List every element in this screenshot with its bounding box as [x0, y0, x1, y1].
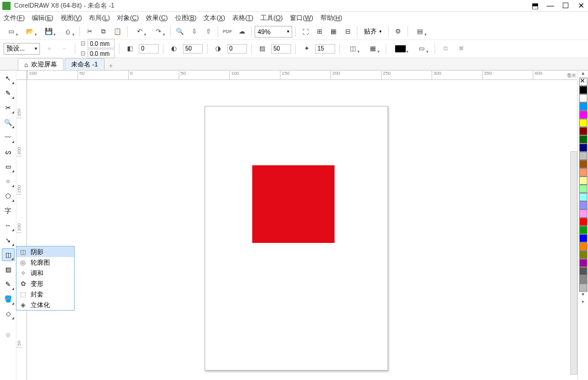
y-pos-input[interactable]: 0.0 mm: [88, 49, 115, 58]
flyout-item[interactable]: ✧调和: [16, 268, 74, 278]
add-tab-button[interactable]: ＋: [106, 61, 116, 70]
crop-tool[interactable]: ✂: [2, 101, 15, 114]
layout-button[interactable]: ▤: [411, 25, 429, 38]
flyout-item[interactable]: ◎轮廓图: [16, 257, 74, 268]
menu-item[interactable]: 表格(T): [232, 14, 253, 22]
menu-item[interactable]: 编辑(E): [32, 14, 54, 22]
flyout-item[interactable]: ◈立体化: [16, 299, 74, 310]
add-preset-button[interactable]: ＋: [42, 42, 55, 55]
color-swatch[interactable]: [579, 226, 587, 234]
color-swatch[interactable]: [579, 209, 587, 218]
fade-icon[interactable]: ◑: [212, 42, 225, 55]
flyout-item[interactable]: ⬚封套: [16, 289, 74, 299]
restore-down-icon[interactable]: ⬒: [530, 1, 540, 10]
opacity-icon[interactable]: ▨: [256, 42, 269, 55]
print-button[interactable]: ⎙: [59, 25, 76, 38]
shadow-color-button[interactable]: [390, 42, 410, 55]
feather-icon[interactable]: ✦: [300, 42, 313, 55]
flyout-item[interactable]: ✿变形: [16, 278, 74, 289]
color-swatch[interactable]: [579, 135, 587, 144]
color-swatch[interactable]: [579, 267, 587, 275]
flyout-item[interactable]: ◫阴影: [16, 246, 74, 257]
color-swatch[interactable]: [579, 152, 587, 160]
new-button[interactable]: ▭: [2, 25, 20, 38]
menu-item[interactable]: 位图(B): [175, 14, 197, 22]
color-swatch[interactable]: [579, 251, 587, 259]
polygon-tool[interactable]: ⬠: [2, 189, 15, 202]
color-swatch[interactable]: [579, 275, 587, 284]
freehand-tool[interactable]: 〰: [2, 131, 15, 144]
maximize-button[interactable]: ☐: [561, 1, 570, 10]
menu-item[interactable]: 布局(L): [89, 14, 109, 22]
fill-tool[interactable]: 🪣: [2, 292, 15, 305]
color-swatch[interactable]: [579, 102, 587, 111]
palette-expand-button[interactable]: ▸: [579, 299, 587, 306]
drop-shadow-tool[interactable]: ◫: [2, 248, 15, 261]
tab-welcome[interactable]: ⌂欢迎屏幕: [18, 58, 64, 70]
merge-mode-button[interactable]: ▭: [413, 42, 430, 55]
snap-dropdown[interactable]: 贴齐▾: [360, 26, 385, 38]
menu-item[interactable]: 效果(C): [146, 14, 168, 22]
artistic-tool[interactable]: ᔕ: [2, 145, 15, 158]
palette-down-button[interactable]: ▼: [579, 292, 587, 299]
color-swatch[interactable]: [579, 218, 587, 226]
canvas-area[interactable]: 10050050100150200250300350400 毫米 3503002…: [16, 71, 577, 380]
menu-item[interactable]: 文件(F): [4, 14, 25, 22]
guides-toggle[interactable]: ⊟: [341, 25, 354, 38]
red-rectangle-object[interactable]: [252, 165, 335, 243]
vertical-scrollbar[interactable]: [570, 151, 577, 375]
menu-item[interactable]: 工具(O): [260, 14, 283, 22]
parallel-dim-tool[interactable]: ↔: [2, 219, 15, 232]
zoom-tool[interactable]: 🔍: [2, 116, 15, 129]
tab-untitled[interactable]: 未命名 -1: [65, 58, 105, 70]
color-swatch[interactable]: [579, 144, 587, 152]
horizontal-ruler[interactable]: 10050050100150200250300350400: [27, 71, 577, 80]
ellipse-tool[interactable]: ○: [2, 175, 15, 188]
direction-icon[interactable]: ◧: [123, 42, 136, 55]
search-button[interactable]: 🔍: [173, 25, 186, 38]
copy-shadow-button[interactable]: ⧉: [439, 42, 452, 55]
color-swatch[interactable]: [579, 201, 587, 209]
color-swatch[interactable]: [579, 242, 587, 251]
shadow-angle-input[interactable]: 0: [139, 44, 159, 54]
cut-button[interactable]: ✂: [83, 25, 96, 38]
paste-button[interactable]: 📋: [111, 25, 124, 38]
open-button[interactable]: 📂: [21, 25, 39, 38]
color-swatch[interactable]: [579, 284, 587, 292]
pdf-button[interactable]: PDF: [221, 25, 234, 38]
rectangle-tool[interactable]: ▭: [2, 160, 15, 173]
clear-shadow-button[interactable]: ✖: [455, 42, 467, 55]
options-button[interactable]: ⚙: [392, 25, 405, 38]
pick-tool[interactable]: ↖: [2, 72, 15, 85]
color-swatch[interactable]: [579, 168, 587, 176]
transparency-tool[interactable]: ▨: [2, 263, 15, 276]
undo-button[interactable]: ↶: [131, 25, 148, 38]
zoom-input[interactable]: 49%▾: [255, 26, 292, 38]
redo-button[interactable]: ↷: [149, 25, 167, 38]
grid-toggle[interactable]: ▦: [327, 25, 340, 38]
ruler-toggle[interactable]: ⊞: [313, 25, 326, 38]
shape-tool[interactable]: ✎: [2, 86, 15, 99]
ruler-origin[interactable]: [16, 71, 27, 80]
quickcustomize-button[interactable]: ⊕: [2, 328, 15, 341]
outline-tool[interactable]: ◇: [2, 307, 15, 320]
import-button[interactable]: ⇩: [188, 25, 201, 38]
menu-item[interactable]: 文本(X): [203, 14, 225, 22]
feather-edge-button[interactable]: ▦: [364, 42, 382, 55]
menu-item[interactable]: 对象(C): [117, 14, 139, 22]
fullscreen-button[interactable]: ⛶: [299, 25, 312, 38]
shadow-fade-input[interactable]: 0: [227, 44, 247, 54]
feather-dir-button[interactable]: ◫: [344, 42, 362, 55]
export-button[interactable]: ⇧: [202, 25, 215, 38]
vertical-ruler[interactable]: 350300250200150100500: [16, 80, 27, 380]
menu-item[interactable]: 视图(V): [61, 14, 82, 22]
no-color-swatch[interactable]: ✕: [579, 78, 587, 86]
shadow-feather-input[interactable]: 15: [315, 44, 335, 54]
save-button[interactable]: 💾: [40, 25, 58, 38]
color-swatch[interactable]: [579, 127, 587, 135]
color-swatch[interactable]: [579, 160, 587, 168]
color-swatch[interactable]: [579, 119, 587, 127]
stretch-icon[interactable]: ◐: [168, 42, 181, 55]
color-swatch[interactable]: [579, 185, 587, 193]
shadow-stretch-input[interactable]: 50: [183, 44, 203, 54]
